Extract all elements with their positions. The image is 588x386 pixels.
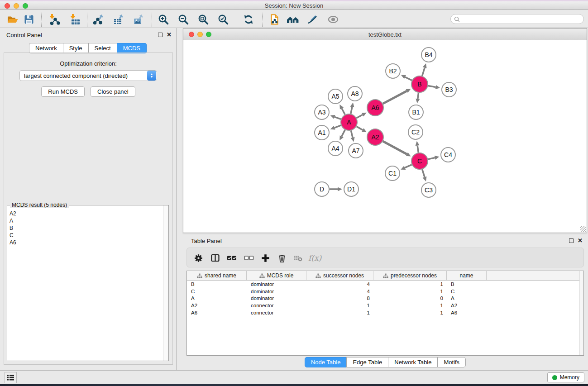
run-mcds-button[interactable]: Run MCDS <box>41 86 85 97</box>
search-input[interactable] <box>462 16 583 22</box>
show-graphics-details-icon[interactable] <box>325 12 341 27</box>
column-header-MCDS-role[interactable]: MCDS role <box>247 271 306 280</box>
graph-edge-arrowhead <box>338 187 342 191</box>
graph-edge-C-C1[interactable] <box>405 165 411 168</box>
graph-edge-C-C2[interactable] <box>417 146 418 152</box>
control-panel: Control Panel ✕ NetworkStyleSelectMCDS O… <box>0 28 177 370</box>
graph-edge-A-A2[interactable] <box>357 126 363 130</box>
tab-network-table[interactable]: Network Table <box>388 357 438 367</box>
select-all-columns-icon[interactable] <box>226 253 238 263</box>
float-table-panel-icon[interactable] <box>569 238 574 243</box>
graph-edge-A6-B[interactable] <box>383 91 407 104</box>
result-item[interactable]: C <box>10 232 163 239</box>
graph-edge-C-C4[interactable] <box>428 158 435 159</box>
graph-edge-B-B2[interactable] <box>405 77 412 80</box>
table-row[interactable]: Adominator80A <box>187 295 583 302</box>
result-item[interactable]: A6 <box>10 239 163 246</box>
result-item[interactable]: A2 <box>10 210 163 217</box>
close-panel-button[interactable]: Close panel <box>91 86 135 97</box>
zoom-fit-icon[interactable] <box>195 12 211 27</box>
graph-edge-A-A3[interactable] <box>335 117 341 119</box>
table-body: Bdominator41BCdominator41CAdominator80AA… <box>187 281 583 316</box>
unselect-all-columns-icon[interactable] <box>243 253 255 263</box>
tab-mcds[interactable]: MCDS <box>117 43 147 53</box>
table-cell: A6 <box>187 310 247 315</box>
graph-edge-A-A5[interactable] <box>342 109 345 115</box>
graph-node-label: A5 <box>331 93 339 100</box>
graph-edge-C-C3[interactable] <box>422 169 425 177</box>
column-header-name[interactable]: name <box>447 271 487 280</box>
zoom-selected-icon[interactable] <box>215 12 231 27</box>
float-panel-icon[interactable] <box>158 33 163 37</box>
graph-edge-B-B1[interactable] <box>418 93 419 99</box>
tab-network[interactable]: Network <box>29 43 63 53</box>
table-row[interactable]: Cdominator41C <box>187 288 583 295</box>
memory-button[interactable]: Memory <box>547 372 584 382</box>
toolbar-separator <box>87 12 87 27</box>
export-table-icon[interactable] <box>110 12 127 27</box>
delete-columns-icon[interactable] <box>276 253 288 263</box>
tab-edge-table[interactable]: Edge Table <box>346 357 388 367</box>
table-panel: Table Panel ✕ <box>183 235 588 370</box>
result-scrollbar[interactable] <box>163 205 168 361</box>
table-scrollbar[interactable] <box>579 271 583 355</box>
close-table-panel-icon[interactable]: ✕ <box>578 238 583 243</box>
table-row[interactable]: A6connector11A6 <box>187 309 583 316</box>
close-panel-icon[interactable]: ✕ <box>167 33 172 37</box>
table-settings-icon[interactable] <box>192 253 204 263</box>
tab-motifs[interactable]: Motifs <box>437 357 466 367</box>
table-cell: connector <box>247 310 306 315</box>
graph-edge-A-A7[interactable] <box>351 130 353 137</box>
table-cell: 1 <box>373 310 447 315</box>
zoom-out-icon[interactable] <box>175 12 191 27</box>
network-canvas[interactable]: AA1A3A5A8A4A7A6A2BB2B4B3B1CC2C4C1C3DD1 <box>183 40 587 233</box>
table-row[interactable]: Bdominator41B <box>187 281 583 288</box>
export-network-icon[interactable] <box>91 12 107 27</box>
open-session-icon[interactable] <box>5 12 21 27</box>
delete-table-icon[interactable] <box>292 253 304 263</box>
graph-edge-A-A6[interactable] <box>357 114 363 118</box>
resize-grip-icon[interactable] <box>580 226 586 232</box>
create-column-icon[interactable] <box>259 253 271 263</box>
import-network-icon[interactable] <box>46 12 62 27</box>
zoom-in-icon[interactable] <box>155 12 172 27</box>
criterion-dropdown[interactable]: largest connected component (directed) ▲… <box>19 70 157 81</box>
tab-select[interactable]: Select <box>88 43 117 53</box>
export-image-icon[interactable] <box>130 12 147 27</box>
network-graph[interactable]: AA1A3A5A8A4A7A6A2BB2B4B3B1CC2C4C1C3DD1 <box>183 40 587 233</box>
graph-edge-A2-C[interactable] <box>383 141 407 154</box>
column-header-predecessor-nodes[interactable]: predecessor nodes <box>373 271 447 280</box>
refresh-layout-icon[interactable] <box>240 12 257 27</box>
table-panel-title: Table Panel <box>191 238 222 244</box>
result-item[interactable]: A <box>10 217 163 224</box>
tab-node-table[interactable]: Node Table <box>305 357 347 367</box>
graph-edge-A-A1[interactable] <box>335 125 341 128</box>
tab-style[interactable]: Style <box>63 43 89 53</box>
graph-edge-B-B3[interactable] <box>428 86 436 87</box>
import-table-icon[interactable] <box>67 12 83 27</box>
network-file-icon[interactable] <box>267 12 283 27</box>
control-panel-title: Control Panel <box>6 32 42 38</box>
table-cell: 4 <box>306 289 373 294</box>
search-field[interactable] <box>450 14 584 24</box>
graph-edge-arrowhead <box>435 85 440 89</box>
column-header-shared-name[interactable]: shared name <box>187 271 247 280</box>
table-row[interactable]: A2connector11A2 <box>187 302 583 309</box>
split-panel-icon[interactable] <box>209 253 221 263</box>
network-window-titlebar[interactable]: testGlobe.txt <box>183 29 587 40</box>
task-history-button[interactable] <box>5 372 17 383</box>
graph-edge-B-B4[interactable] <box>422 68 425 76</box>
result-item[interactable]: B <box>10 224 163 232</box>
graph-edge-arrowhead <box>330 126 335 130</box>
save-session-icon[interactable] <box>21 12 37 27</box>
graph-edge-A-A4[interactable] <box>342 130 345 136</box>
main-toolbar <box>0 10 588 28</box>
home-icon[interactable] <box>285 12 301 27</box>
session-titlebar[interactable]: Session: New Session <box>0 1 588 10</box>
fx-label: f(x) <box>308 253 321 262</box>
column-header-successor-nodes[interactable]: successor nodes <box>306 271 373 280</box>
hide-annotations-icon[interactable] <box>304 12 320 27</box>
function-builder-icon[interactable]: f(x) <box>308 253 321 263</box>
graph-edge-A-A8[interactable] <box>351 107 352 114</box>
mcds-result-list[interactable]: A2ABCA6 <box>7 207 163 361</box>
